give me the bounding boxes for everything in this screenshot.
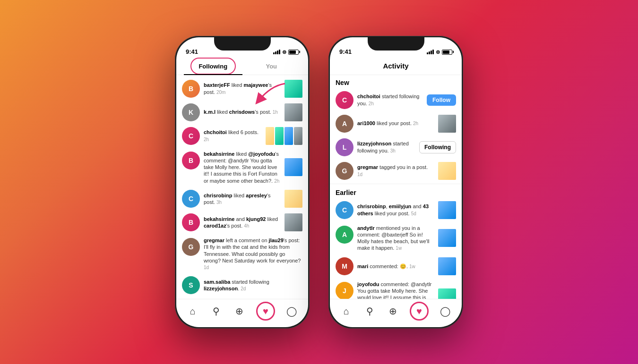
nav-add-1[interactable]: ⊕: [233, 305, 246, 318]
activity-text-n2: ari1000 liked your post. 2h: [357, 120, 434, 127]
activity-earlier-4[interactable]: J joyofodu commented: @andytlr You gotta…: [330, 278, 462, 299]
activity-thumb-6: [285, 213, 302, 231]
activity-thumb-2: [285, 103, 302, 121]
nav-profile-1[interactable]: ◯: [285, 305, 298, 318]
activity-new-4[interactable]: G gregmar tagged you in a post. 1d: [330, 159, 462, 183]
status-icons-2: ⊜: [427, 49, 452, 55]
activity-thumb-5: [285, 190, 302, 208]
phone-2: 9:41 ⊜ Activity: [328, 36, 463, 329]
activity-text-8: sam.saliba started following lizzeyjohns…: [204, 279, 302, 292]
activity-item-1[interactable]: B baxterjeFF liked majaywee's post. 20m: [176, 77, 308, 101]
signal-icon-1: [273, 50, 280, 54]
activity-text-n1: chchoitoi started following you. 2h: [357, 93, 423, 107]
activity-item-8[interactable]: S sam.saliba started following lizzeyjoh…: [176, 273, 308, 297]
avatar-n3: L: [336, 138, 353, 156]
activity-text-2: k.m.l liked chrisdows's post. 1h: [204, 109, 281, 115]
avatar-n4: G: [336, 162, 353, 180]
activity-text-e4: joyofodu commented: @andytlr You gotta t…: [357, 281, 434, 299]
status-icons-1: ⊜: [273, 49, 299, 55]
activity-item-5[interactable]: C chrisrobinp liked apresley's post. 3h: [176, 187, 308, 211]
tab-following[interactable]: Following: [184, 58, 242, 75]
activity-item-7[interactable]: G gregmar left a comment on jlau29's pos…: [176, 234, 308, 273]
phone-1-frame: 9:41 ⊜ Following: [175, 36, 310, 329]
activity-item-4[interactable]: B bekahsirrine liked @joyofodu's comment…: [176, 148, 308, 187]
avatar-7: G: [182, 238, 200, 256]
activity-earlier-2[interactable]: A andytlr mentioned you in a comment: @b…: [330, 222, 462, 254]
activity-thumb-1: [285, 80, 302, 98]
activity-thumb-n2: [438, 115, 456, 133]
activity-text-e1: chrisrobinp, emiilyjun and 43 others lik…: [357, 203, 434, 217]
avatar-e4: J: [336, 282, 353, 299]
activity-text-6: bekahsirrine and kjung92 liked carod1az'…: [204, 216, 281, 229]
activity-text-1: baxterjeFF liked majaywee's post. 20m: [204, 82, 281, 95]
avatar-6: B: [182, 213, 200, 231]
phone-1: 9:41 ⊜ Following: [175, 36, 310, 329]
activity-earlier-3[interactable]: M mari commented: 😊. 1w: [330, 254, 462, 278]
activity-item-3[interactable]: C chchoitoi liked 6 posts. 2h: [176, 124, 308, 148]
avatar-e3: M: [336, 257, 353, 275]
activity-thumb-4: [285, 158, 302, 176]
activity-new-2[interactable]: A ari1000 liked your post. 2h: [330, 112, 462, 135]
activity-text-e3: mari commented: 😊. 1w: [357, 263, 434, 270]
activity-text-e2: andytlr mentioned you in a comment: @bax…: [357, 225, 434, 252]
activity-item-6[interactable]: B bekahsirrine and kjung92 liked carod1a…: [176, 211, 308, 234]
status-time-2: 9:41: [339, 48, 352, 55]
activity-earlier-1[interactable]: C chrisrobinp, emiilyjun and 43 others l…: [330, 198, 462, 222]
activity-text-7: gregmar left a comment on jlau29's post:…: [204, 237, 302, 271]
tab-you[interactable]: You: [242, 58, 301, 75]
nav-profile-2[interactable]: ◯: [439, 305, 452, 318]
section-label-earlier: Earlier: [330, 185, 462, 198]
activity-item-2[interactable]: K k.m.l liked chrisdows's post. 1h: [176, 101, 308, 124]
wifi-icon-1: ⊜: [282, 49, 286, 55]
section-label-new: New: [330, 75, 462, 88]
avatar-2: K: [182, 103, 200, 121]
avatar-n1: C: [336, 91, 353, 109]
avatar-e1: C: [336, 201, 353, 219]
status-time-1: 9:41: [186, 48, 198, 55]
bottom-nav-1: ⌂ ⚲ ⊕ ♥ ◯: [176, 299, 308, 327]
phone-2-frame: 9:41 ⊜ Activity: [328, 36, 463, 329]
nav-home-2[interactable]: ⌂: [340, 305, 353, 318]
activity-text-n3: lizzeyjohnson started following you. 3h: [357, 140, 415, 154]
avatar-n2: A: [336, 115, 353, 133]
activity-thumb-e4: [438, 288, 456, 298]
signal-icon-2: [427, 50, 434, 54]
phone-2-notch: [368, 37, 424, 51]
phone-1-screen: 9:41 ⊜ Following: [176, 37, 308, 327]
avatar-4: B: [182, 152, 200, 169]
nav-search-2[interactable]: ⚲: [363, 305, 376, 318]
avatar-e2: A: [336, 226, 353, 244]
tabs-header-1[interactable]: Following You: [176, 58, 308, 75]
activity-thumb-n4: [438, 162, 456, 180]
activity-multithumb-3: [266, 127, 302, 145]
activity-title: Activity: [330, 58, 462, 75]
activity-new-1[interactable]: C chchoitoi started following you. 2h Fo…: [330, 88, 462, 112]
activity-text-4: bekahsirrine liked @joyofodu's comment: …: [204, 151, 281, 184]
avatar-5: C: [182, 190, 200, 208]
activity-thumb-e1: [438, 201, 456, 219]
activities-list-1: B baxterjeFF liked majaywee's post. 20m …: [176, 75, 308, 299]
activity-text-3: chchoitoi liked 6 posts. 2h: [204, 129, 262, 143]
section-divider: [330, 184, 462, 184]
follow-button-chchoitoi[interactable]: Follow: [427, 94, 456, 106]
avatar-3: C: [182, 127, 200, 145]
activity-new-3[interactable]: L lizzeyjohnson started following you. 3…: [330, 135, 462, 159]
nav-add-2[interactable]: ⊕: [386, 305, 399, 318]
activity-thumb-e3: [438, 257, 456, 275]
activity-text-5: chrisrobinp liked apresley's post. 3h: [204, 192, 281, 206]
nav-heart-1[interactable]: ♥: [256, 302, 275, 321]
phone-2-screen: 9:41 ⊜ Activity: [330, 37, 462, 327]
battery-icon-1: [288, 50, 299, 55]
phone-1-notch: [214, 37, 271, 51]
battery-icon-2: [442, 50, 452, 55]
avatar-1: B: [182, 80, 200, 98]
activity-text-n4: gregmar tagged you in a post. 1d: [357, 164, 434, 178]
following-button-lizzeyjohnson[interactable]: Following: [419, 141, 456, 153]
nav-search-1[interactable]: ⚲: [209, 305, 223, 318]
wifi-icon-2: ⊜: [436, 49, 440, 55]
activity-thumb-e2: [438, 229, 456, 247]
nav-home-1[interactable]: ⌂: [186, 305, 199, 318]
avatar-8: S: [182, 276, 200, 294]
nav-heart-2[interactable]: ♥: [410, 302, 429, 321]
bottom-nav-2: ⌂ ⚲ ⊕ ♥ ◯: [330, 299, 462, 327]
